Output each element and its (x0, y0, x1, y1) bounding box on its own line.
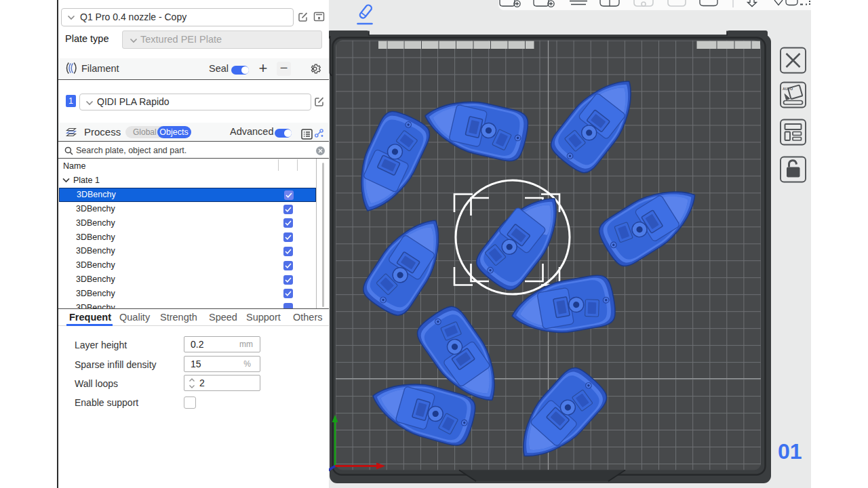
svg-text:01: 01 (778, 439, 802, 464)
svg-text:AUTO: AUTO (783, 87, 793, 91)
